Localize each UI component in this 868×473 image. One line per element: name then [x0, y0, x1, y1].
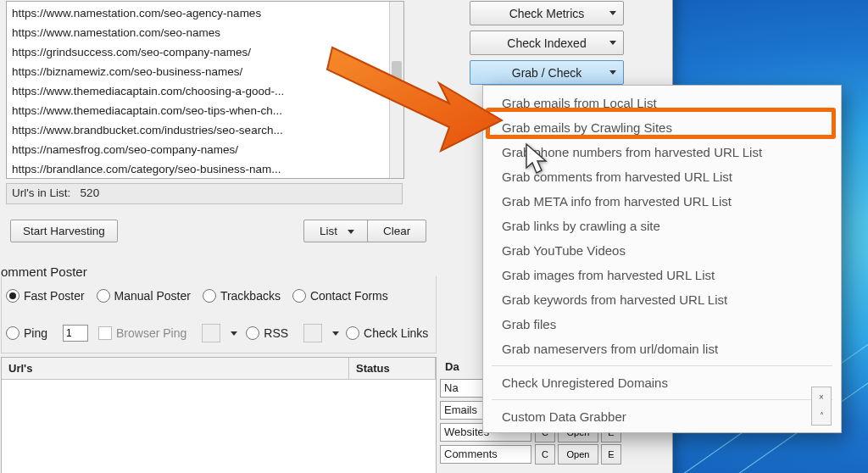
chevron-down-icon — [609, 41, 616, 45]
menu-grab-meta[interactable]: Grab META info from harvested URL List — [483, 189, 841, 214]
radio-dot-icon — [6, 326, 19, 340]
chevron-down-icon — [332, 331, 339, 336]
menu-separator — [492, 399, 832, 400]
check-metrics-dropdown[interactable]: Check Metrics — [470, 1, 624, 25]
ping-label: Ping — [24, 326, 47, 340]
menu-check-unregistered[interactable]: Check Unregistered Domains — [483, 370, 841, 395]
menu-separator — [492, 365, 832, 366]
menu-custom-data-grabber[interactable]: Custom Data Grabber — [483, 404, 841, 429]
start-harvesting-button[interactable]: Start Harvesting — [10, 220, 118, 242]
menu-grab-links[interactable]: Grab links by crawling a site — [483, 214, 841, 238]
chevron-down-icon — [231, 331, 237, 336]
url-list-content: https://www.namestation.com/seo-agency-n… — [12, 3, 390, 179]
radio-dot-icon — [6, 289, 19, 303]
harvested-url-list[interactable]: https://www.namestation.com/seo-agency-n… — [6, 1, 404, 179]
check-indexed-label: Check Indexed — [507, 36, 586, 50]
minimized-widget[interactable]: × ˄ — [811, 387, 832, 426]
url-list-item[interactable]: https://www.themediacaptain.com/seo-tips… — [12, 101, 390, 120]
comments-open-button[interactable]: Open — [558, 444, 598, 465]
fast-poster-radio[interactable]: Fast Poster — [6, 289, 85, 303]
mouse-cursor-icon — [524, 142, 553, 176]
comments-field[interactable]: Comments — [440, 445, 531, 464]
comments-e-button[interactable]: E — [601, 444, 621, 465]
results-grid-header: Url's Status — [2, 358, 436, 380]
url-list-item[interactable]: https://www.namestation.com/seo-names — [12, 23, 390, 42]
ping-radio[interactable]: Ping — [6, 326, 47, 340]
widget-up-icon[interactable]: ˄ — [820, 411, 824, 420]
grab-check-label: Grab / Check — [512, 66, 581, 80]
chevron-down-icon — [348, 230, 354, 234]
chevron-down-icon — [609, 70, 616, 75]
url-list-item[interactable]: https://brandlance.com/category/seo-busi… — [12, 159, 390, 179]
comments-c-button[interactable]: C — [535, 444, 555, 465]
url-list-item[interactable]: https://www.themediacaptain.com/choosing… — [12, 81, 390, 101]
browser-ping-checkbox[interactable]: Browser Ping — [98, 326, 186, 340]
start-harvesting-label: Start Harvesting — [23, 225, 105, 237]
checkbox-icon — [98, 326, 112, 340]
comment-poster-row1: Fast Poster Manual Poster Trackbacks Con… — [6, 289, 400, 303]
manual-poster-label: Manual Poster — [114, 289, 191, 303]
menu-grab-images[interactable]: Grab images from harvested URL List — [483, 263, 841, 287]
menu-grab-keywords[interactable]: Grab keywords from harvested URL List — [483, 287, 841, 312]
column-status[interactable]: Status — [349, 358, 436, 379]
menu-grab-files[interactable]: Grab files — [483, 312, 841, 337]
check-indexed-dropdown[interactable]: Check Indexed — [470, 31, 624, 55]
menu-grab-nameservers[interactable]: Grab nameservers from url/domain list — [483, 337, 841, 361]
rss-radio[interactable]: RSS — [246, 326, 288, 340]
url-list-item[interactable]: https://www.brandbucket.com/industries/s… — [12, 120, 390, 140]
settings-square-icon[interactable] — [202, 324, 220, 342]
rss-square-icon[interactable] — [303, 324, 322, 342]
comment-poster-row2: Ping Browser Ping RSS Check Links — [6, 324, 440, 342]
radio-dot-icon — [97, 289, 110, 303]
results-grid[interactable]: Url's Status — [1, 357, 437, 473]
check-metrics-label: Check Metrics — [509, 7, 585, 20]
grab-check-dropdown[interactable]: Grab / Check — [470, 60, 624, 85]
contact-forms-radio[interactable]: Contact Forms — [292, 289, 388, 303]
radio-dot-icon — [246, 326, 259, 340]
url-count-value: 520 — [81, 186, 100, 199]
data-row-comments: Comments C Open E — [440, 444, 659, 465]
check-links-radio[interactable]: Check Links — [346, 326, 428, 340]
url-list-item[interactable]: https://namesfrog.com/seo-company-names/ — [12, 140, 390, 159]
manual-poster-radio[interactable]: Manual Poster — [97, 289, 191, 303]
radio-dot-icon — [346, 326, 359, 340]
ping-count-input[interactable] — [63, 325, 88, 342]
radio-dot-icon — [292, 289, 306, 303]
trackbacks-label: Trackbacks — [220, 289, 281, 303]
url-list-item[interactable]: https://grindsuccess.com/seo-company-nam… — [12, 42, 390, 62]
trackbacks-radio[interactable]: Trackbacks — [203, 289, 281, 303]
url-count-label: Url's in List: — [12, 186, 70, 199]
radio-dot-icon — [203, 289, 216, 303]
clear-button-label: Clear — [383, 225, 410, 237]
scrollbar-thumb[interactable] — [392, 61, 402, 102]
url-list-item[interactable]: https://biznamewiz.com/seo-business-name… — [12, 62, 390, 81]
check-links-label: Check Links — [364, 326, 428, 340]
contact-forms-label: Contact Forms — [310, 289, 388, 303]
list-button-label: List — [320, 225, 337, 237]
url-list-scrollbar[interactable] — [389, 2, 403, 178]
url-count-bar: Url's in List: 520 — [6, 183, 403, 204]
rss-label: RSS — [264, 326, 288, 340]
list-dropdown-button[interactable]: List — [303, 220, 372, 242]
menu-grab-youtube[interactable]: Grab YouTube Videos — [483, 238, 841, 263]
clear-button[interactable]: Clear — [367, 220, 426, 242]
tutorial-highlight-box — [486, 108, 836, 139]
column-urls[interactable]: Url's — [2, 358, 349, 379]
widget-close-icon[interactable]: × — [819, 392, 824, 402]
browser-ping-label: Browser Ping — [116, 326, 186, 340]
url-list-item[interactable]: https://www.namestation.com/seo-agency-n… — [12, 3, 390, 23]
fast-poster-label: Fast Poster — [24, 289, 85, 303]
chevron-down-icon — [609, 11, 616, 15]
